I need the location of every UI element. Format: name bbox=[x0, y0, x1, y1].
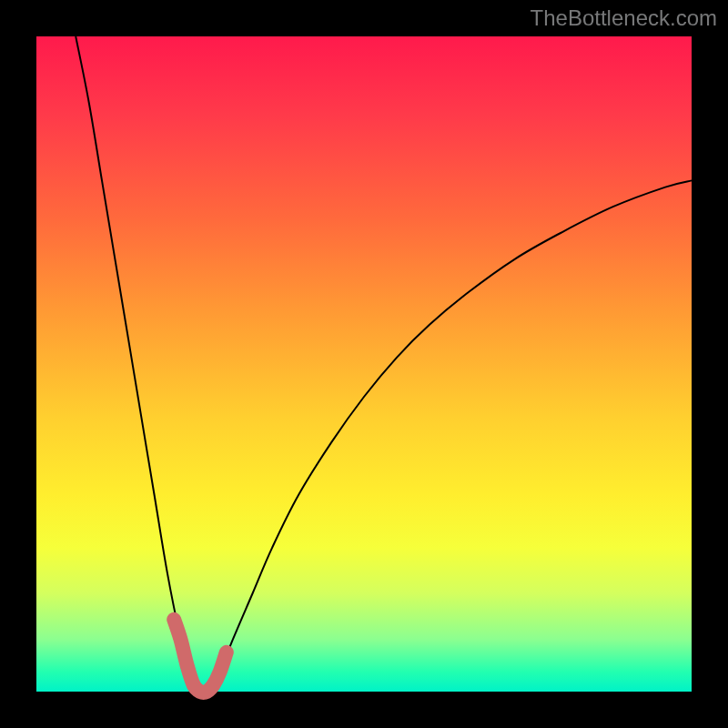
watermark-text: TheBottleneck.com bbox=[531, 5, 717, 31]
bottleneck-curve bbox=[76, 36, 692, 693]
plot-area bbox=[36, 36, 692, 692]
highlight-segment bbox=[174, 620, 227, 693]
curve-svg bbox=[36, 36, 692, 692]
chart-frame: TheBottleneck.com bbox=[0, 0, 728, 728]
